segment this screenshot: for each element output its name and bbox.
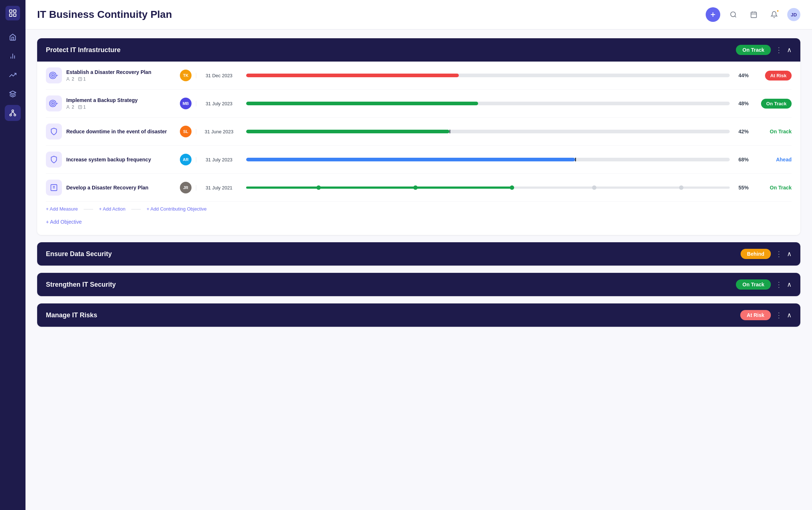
sidebar-item-trending[interactable] [5, 67, 21, 83]
objective-meta-1: 2 1 [66, 76, 176, 82]
progress-pct-4: 68% [734, 157, 749, 162]
section-it-security-menu[interactable]: ⋮ [775, 280, 783, 289]
notification-button[interactable] [767, 7, 781, 22]
objective-title-4: Increase system backup frequency [66, 157, 176, 162]
header: IT Business Continuity Plan [25, 0, 812, 30]
sidebar-item-home[interactable] [5, 29, 21, 45]
svg-line-16 [735, 16, 736, 17]
objective-progress-3: 42% [240, 129, 754, 134]
objective-status-5: On Track [759, 185, 792, 191]
svg-point-15 [731, 12, 736, 17]
add-action-link[interactable]: + Add Action [99, 206, 126, 212]
section-protect-it-body: Establish a Disaster Recovery Plan 2 1 [37, 62, 800, 235]
add-contributing-link[interactable]: + Add Contributing Objective [146, 206, 206, 212]
separator-1: —— [84, 206, 93, 212]
svg-point-10 [14, 114, 16, 116]
progress-pct-3: 42% [734, 129, 749, 134]
objective-row-4: Increase system backup frequency AR 31 J… [46, 146, 792, 174]
sidebar-item-layers[interactable] [5, 86, 21, 102]
objective-assignees-2: 2 [66, 105, 74, 110]
search-button[interactable] [726, 7, 741, 22]
svg-point-22 [51, 74, 55, 78]
objective-title-2: Implement a Backup Strategy [66, 97, 176, 103]
section-data-security-menu[interactable]: ⋮ [775, 250, 783, 258]
progress-bar-fill-3 [246, 130, 449, 133]
assignee-count-2: 2 [72, 105, 74, 110]
section-fourth: Manage IT Risks At Risk ⋮ ∧ [37, 303, 800, 327]
section-protect-it-collapse[interactable]: ∧ [787, 46, 792, 54]
svg-rect-0 [9, 10, 12, 12]
sidebar-item-network[interactable] [5, 105, 21, 121]
calendar-button[interactable] [746, 7, 761, 22]
section-it-security-right: On Track ⋮ ∧ [736, 279, 792, 290]
objective-info-2: Implement a Backup Strategy 2 1 [66, 97, 176, 110]
header-actions: JD [706, 7, 800, 22]
objective-date-1: 31 Dec 2023 [196, 73, 236, 78]
objective-icon-3 [46, 123, 62, 140]
section-fourth-status[interactable]: At Risk [740, 310, 771, 320]
section-data-security-collapse[interactable]: ∧ [787, 250, 792, 258]
objective-icon-4 [46, 152, 62, 168]
section-fourth-title: Manage IT Risks [46, 311, 97, 319]
objective-title-1: Establish a Disaster Recovery Plan [66, 69, 176, 75]
objective-row-2: Implement a Backup Strategy 2 1 [46, 90, 792, 118]
objective-title-5: Develop a Disaster Recovery Plan [66, 185, 176, 191]
section-it-security-status[interactable]: On Track [736, 279, 771, 290]
objective-row-5: Develop a Disaster Recovery Plan JR 31 J… [46, 174, 792, 202]
objective-avatar-4: AR [180, 154, 192, 165]
section-data-security-status[interactable]: Behind [741, 249, 771, 259]
objective-actions-1: 1 [78, 76, 86, 82]
objective-avatar-5: JR [180, 182, 192, 193]
section-fourth-collapse[interactable]: ∧ [787, 311, 792, 319]
section-fourth-menu[interactable]: ⋮ [775, 311, 783, 319]
progress-pct-5: 55% [734, 185, 749, 191]
section-protect-it: Protect IT Infrastructure On Track ⋮ ∧ [37, 38, 800, 235]
svg-rect-17 [751, 12, 757, 17]
svg-rect-1 [13, 10, 16, 12]
progress-bar-wrap-4 [246, 158, 730, 161]
action-count-2: 1 [83, 105, 86, 110]
svg-marker-7 [10, 91, 16, 94]
page-title: IT Business Continuity Plan [37, 9, 172, 20]
section-data-security-title: Ensure Data Security [46, 250, 112, 258]
section-data-security-right: Behind ⋮ ∧ [741, 249, 792, 259]
objective-info-3: Reduce downtime in the event of disaster [66, 129, 176, 134]
svg-point-30 [52, 103, 54, 104]
objective-icon-5 [46, 180, 62, 196]
section-it-security: Strengthen IT Security On Track ⋮ ∧ [37, 273, 800, 296]
svg-point-31 [67, 106, 69, 107]
objective-date-3: 31 June 2023 [196, 129, 236, 134]
objective-row-1: Establish a Disaster Recovery Plan 2 1 [46, 62, 792, 90]
progress-bar-fill-4 [246, 158, 575, 161]
svg-rect-3 [13, 14, 16, 16]
objective-info-1: Establish a Disaster Recovery Plan 2 1 [66, 69, 176, 82]
objective-meta-2: 2 1 [66, 105, 176, 110]
action-count-1: 1 [83, 76, 86, 82]
section-fourth-header: Manage IT Risks At Risk ⋮ ∧ [37, 303, 800, 327]
svg-line-11 [11, 112, 13, 114]
user-avatar[interactable]: JD [787, 8, 800, 21]
add-objective-button[interactable]: + Add Objective [46, 215, 792, 229]
section-data-security: Ensure Data Security Behind ⋮ ∧ [37, 242, 800, 266]
objective-date-5: 31 July 2021 [196, 185, 236, 191]
sidebar-item-charts[interactable] [5, 48, 21, 64]
svg-point-24 [67, 78, 69, 79]
app-logo[interactable] [5, 6, 20, 20]
section-data-security-header: Ensure Data Security Behind ⋮ ∧ [37, 242, 800, 266]
progress-bar-fill-2 [246, 102, 478, 105]
section-protect-it-menu[interactable]: ⋮ [775, 46, 783, 54]
add-button[interactable] [706, 7, 720, 22]
add-measure-link[interactable]: + Add Measure [46, 206, 78, 212]
progress-bar-wrap-3 [246, 130, 730, 133]
section-protect-it-header: Protect IT Infrastructure On Track ⋮ ∧ [37, 38, 800, 62]
objective-status-1: At Risk [759, 72, 792, 78]
svg-rect-2 [9, 14, 12, 16]
objective-date-2: 31 July 2023 [196, 101, 236, 106]
section-fourth-right: At Risk ⋮ ∧ [740, 310, 792, 320]
objective-row-3: Reduce downtime in the event of disaster… [46, 118, 792, 146]
section-it-security-title: Strengthen IT Security [46, 281, 116, 289]
section-it-security-collapse[interactable]: ∧ [787, 280, 792, 289]
objective-progress-5: 55% [240, 185, 754, 191]
section-protect-it-status[interactable]: On Track [736, 45, 771, 55]
objective-info-4: Increase system backup frequency [66, 157, 176, 162]
